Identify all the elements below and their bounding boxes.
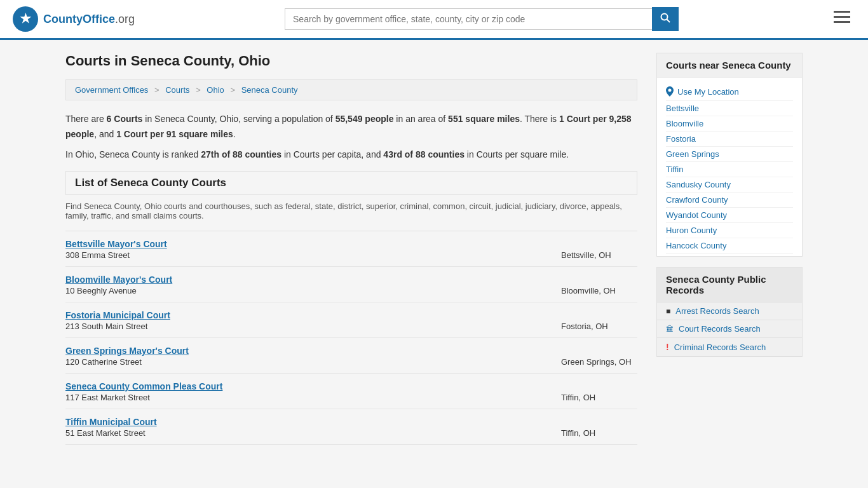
court-link[interactable]: Fostoria Municipal Court	[65, 310, 170, 320]
court-name: Green Springs Mayor's Court	[65, 346, 637, 356]
court-city: Bloomville, OH	[561, 286, 637, 295]
sidebar-bloomville[interactable]: Bloomville	[666, 116, 793, 132]
svg-rect-4	[834, 11, 850, 13]
court-name: Bloomville Mayor's Court	[65, 274, 637, 285]
search-button[interactable]	[652, 7, 679, 31]
court-name: Seneca County Common Pleas Court	[65, 381, 637, 391]
sidebar-near-title: Courts near Seneca County	[657, 53, 802, 78]
sidebar-sandusky[interactable]: Sandusky County	[666, 177, 793, 193]
court-link[interactable]: Tiffin Municipal Court	[65, 417, 157, 427]
search-input[interactable]	[285, 8, 652, 30]
sidebar-hancock[interactable]: Hancock County	[666, 238, 793, 254]
sidebar: Courts near Seneca County Use My Locatio…	[656, 53, 803, 445]
breadcrumb-courts[interactable]: Courts	[165, 85, 189, 95]
court-item: Fostoria Municipal Court 213 South Main …	[65, 302, 637, 338]
list-title: List of Seneca County Courts	[65, 171, 637, 195]
court-link[interactable]: Green Springs Mayor's Court	[65, 346, 189, 356]
court-address: 120 Catherine Street	[65, 357, 142, 367]
svg-rect-5	[834, 16, 850, 18]
logo-icon: ★	[13, 6, 38, 32]
page-title: Courts in Seneca County, Ohio	[65, 53, 637, 69]
court-item: Seneca County Common Pleas Court 117 Eas…	[65, 374, 637, 409]
content-area: Courts in Seneca County, Ohio Government…	[65, 53, 637, 445]
arrest-records-label: Arrest Records Search	[675, 306, 759, 316]
court-records-link[interactable]: 🏛 Court Records Search	[657, 320, 802, 338]
list-description: Find Seneca County, Ohio courts and cour…	[65, 195, 637, 231]
svg-point-2	[661, 14, 668, 20]
court-city: Bettsville, OH	[561, 250, 637, 260]
court-name: Fostoria Municipal Court	[65, 310, 637, 320]
court-address: 308 Emma Street	[65, 250, 130, 260]
arrest-records-link[interactable]: ■ Arrest Records Search	[657, 302, 802, 320]
use-location-link[interactable]: Use My Location	[666, 83, 793, 101]
courts-list: Bettsville Mayor's Court 308 Emma Street…	[65, 231, 637, 445]
court-details: 51 East Market Street Tiffin, OH	[65, 428, 637, 438]
main-container: Courts in Seneca County, Ohio Government…	[53, 40, 815, 458]
menu-button[interactable]	[829, 8, 855, 30]
sidebar-near: Courts near Seneca County Use My Locatio…	[656, 53, 803, 257]
header: ★ CountyOffice.org	[0, 0, 868, 40]
sidebar-huron[interactable]: Huron County	[666, 223, 793, 238]
court-item: Green Springs Mayor's Court 120 Catherin…	[65, 338, 637, 374]
sidebar-tiffin[interactable]: Tiffin	[666, 162, 793, 177]
logo-text: CountyOffice.org	[43, 13, 135, 26]
court-records-label: Court Records Search	[679, 324, 761, 334]
breadcrumb-ohio[interactable]: Ohio	[207, 85, 224, 95]
search-icon	[660, 13, 670, 23]
criminal-icon: !	[666, 342, 669, 352]
search-area	[285, 7, 679, 31]
description: There are List of Seneca County Courts6 …	[65, 112, 637, 162]
court-item: Bloomville Mayor's Court 10 Beeghly Aven…	[65, 267, 637, 302]
sidebar-near-links: Use My Location Bettsville Bloomville Fo…	[657, 78, 802, 256]
court-city: Fostoria, OH	[561, 322, 637, 331]
svg-rect-6	[834, 21, 850, 23]
court-link[interactable]: Seneca County Common Pleas Court	[65, 381, 222, 391]
sidebar-public-records: Seneca County Public Records ■ Arrest Re…	[656, 267, 803, 357]
location-pin-icon	[666, 86, 674, 97]
list-section: List of Seneca County Courts Find Seneca…	[65, 171, 637, 445]
breadcrumb-gov-offices[interactable]: Government Offices	[75, 85, 148, 95]
sidebar-bettsville[interactable]: Bettsville	[666, 101, 793, 116]
breadcrumb-seneca[interactable]: Seneca County	[241, 85, 298, 95]
court-details: 10 Beeghly Avenue Bloomville, OH	[65, 286, 637, 295]
sidebar-crawford[interactable]: Crawford County	[666, 193, 793, 208]
court-details: 120 Catherine Street Green Springs, OH	[65, 357, 637, 367]
breadcrumb: Government Offices > Courts > Ohio > Sen…	[65, 79, 637, 100]
sidebar-fostoria[interactable]: Fostoria	[666, 132, 793, 147]
court-name: Bettsville Mayor's Court	[65, 239, 637, 249]
sidebar-public-title: Seneca County Public Records	[657, 268, 802, 302]
court-details: 117 East Market Street Tiffin, OH	[65, 393, 637, 402]
logo-area: ★ CountyOffice.org	[13, 6, 135, 32]
court-icon: 🏛	[666, 325, 674, 334]
court-details: 308 Emma Street Bettsville, OH	[65, 250, 637, 260]
court-address: 10 Beeghly Avenue	[65, 286, 137, 295]
hamburger-icon	[834, 11, 850, 24]
court-link[interactable]: Bloomville Mayor's Court	[65, 274, 172, 285]
criminal-records-link[interactable]: ! Criminal Records Search	[657, 338, 802, 356]
svg-line-3	[667, 20, 670, 23]
court-details: 213 South Main Street Fostoria, OH	[65, 322, 637, 331]
court-address: 51 East Market Street	[65, 428, 146, 438]
arrest-icon: ■	[666, 307, 670, 316]
svg-text:★: ★	[20, 11, 32, 25]
sidebar-green-springs[interactable]: Green Springs	[666, 147, 793, 162]
court-address: 117 East Market Street	[65, 393, 150, 402]
court-city: Tiffin, OH	[561, 393, 637, 402]
court-item: Tiffin Municipal Court 51 East Market St…	[65, 409, 637, 445]
criminal-records-label: Criminal Records Search	[674, 342, 766, 352]
court-name: Tiffin Municipal Court	[65, 417, 637, 427]
court-address: 213 South Main Street	[65, 322, 147, 331]
court-city: Tiffin, OH	[561, 428, 637, 438]
court-item: Bettsville Mayor's Court 308 Emma Street…	[65, 231, 637, 267]
court-city: Green Springs, OH	[561, 357, 637, 367]
sidebar-wyandot[interactable]: Wyandot County	[666, 208, 793, 223]
court-link[interactable]: Bettsville Mayor's Court	[65, 239, 167, 249]
